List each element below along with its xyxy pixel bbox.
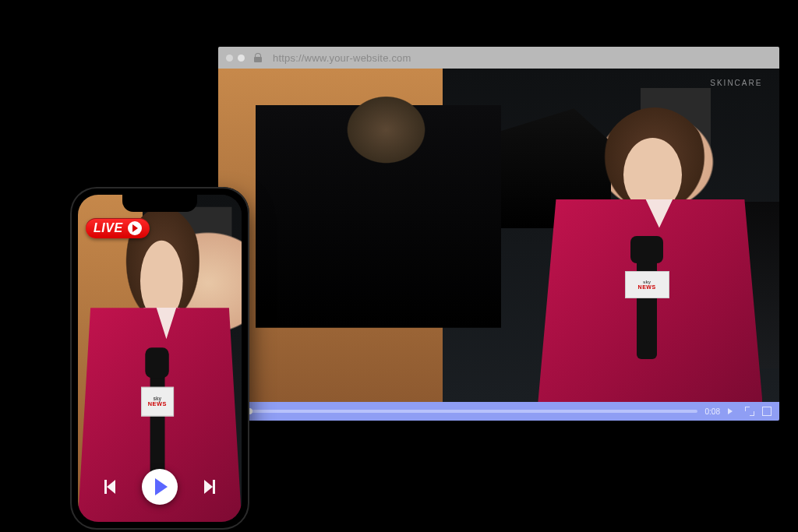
time-elapsed: 0:08 xyxy=(705,407,720,416)
live-badge: LIVE xyxy=(86,218,150,238)
cameraman-figure xyxy=(252,89,543,382)
window-dot-minimize-icon[interactable] xyxy=(238,55,245,62)
lock-icon xyxy=(254,53,262,62)
play-button[interactable] xyxy=(142,469,178,505)
skip-next-icon[interactable] xyxy=(198,478,215,495)
skip-previous-icon[interactable] xyxy=(104,478,122,495)
live-label: LIVE xyxy=(94,221,123,235)
address-bar-url[interactable]: https://www.your-website.com xyxy=(273,52,411,64)
phone-screen[interactable]: sky NEWS LIVE xyxy=(78,195,242,522)
mic-brand-bottom: NEWS xyxy=(148,401,167,407)
microphone: sky NEWS xyxy=(150,368,164,483)
fullscreen-icon[interactable] xyxy=(762,407,772,416)
reporter-figure: sky NEWS xyxy=(538,95,762,402)
microphone: sky NEWS xyxy=(637,255,657,359)
phone-notch xyxy=(122,195,197,212)
phone-player-controls xyxy=(78,469,242,505)
browser-window: https://www.your-website.com SKINCARE sk… xyxy=(218,47,779,421)
volume-icon[interactable] xyxy=(728,407,737,416)
mic-flag: sky NEWS xyxy=(141,387,174,417)
picture-in-picture-icon[interactable] xyxy=(745,407,754,416)
video-controls-bar: 0:08 xyxy=(218,402,779,421)
browser-chrome-bar: https://www.your-website.com xyxy=(218,47,779,69)
window-dot-close-icon[interactable] xyxy=(226,55,233,62)
phone-device-frame: sky NEWS LIVE xyxy=(70,187,249,530)
video-viewport[interactable]: SKINCARE sky NEWS xyxy=(218,69,779,402)
controls-right-cluster xyxy=(728,407,772,416)
live-play-icon xyxy=(128,221,142,235)
background-sign-text: SKINCARE xyxy=(710,79,762,87)
seek-track[interactable] xyxy=(240,410,697,413)
mic-flag: sky NEWS xyxy=(625,271,669,298)
video-frame-background: SKINCARE sky NEWS xyxy=(218,69,779,402)
mic-brand-bottom: NEWS xyxy=(638,284,656,290)
